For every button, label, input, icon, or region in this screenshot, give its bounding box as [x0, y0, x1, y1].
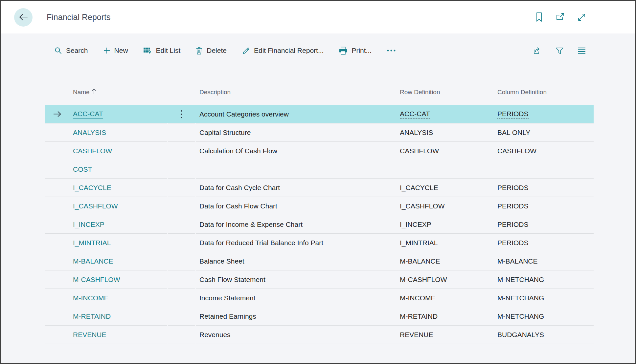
report-description[interactable]: Data for Cash Flow Chart [195, 197, 400, 215]
table-row[interactable]: ANALYSIS Capital Structure ANALYSIS BAL … [45, 123, 594, 142]
row-definition-link[interactable]: M-INCOME [400, 294, 436, 302]
table-row[interactable]: I_CASHFLOW Data for Cash Flow Chart I_CA… [45, 197, 594, 215]
column-definition-link[interactable]: PERIODS [497, 202, 529, 210]
new-label: New [114, 47, 128, 54]
table-row[interactable]: CASHFLOW Calculation Of Cash Flow CASHFL… [45, 142, 594, 160]
report-description[interactable]: Balance Sheet [195, 252, 400, 270]
report-name-link[interactable]: REVENUE [73, 331, 106, 339]
table-row[interactable]: M-INCOME Income Statement M-INCOME M-NET… [45, 289, 594, 307]
row-definition-link[interactable]: CASHFLOW [400, 147, 439, 155]
table-row[interactable]: M-CASHFLOW Cash Flow Statement M-CASHFLO… [45, 270, 594, 289]
report-description[interactable]: Cash Flow Statement [195, 270, 400, 289]
table-row[interactable]: ACC-CAT Account Categories overview ACC-… [45, 105, 594, 123]
row-definition-link[interactable]: ANALYSIS [400, 128, 433, 137]
report-name-link[interactable]: M-RETAIND [73, 312, 111, 320]
search-label: Search [66, 47, 88, 54]
column-header-name[interactable]: Name [73, 88, 167, 96]
table-row[interactable]: I_MINTRIAL Data for Reduced Trial Balanc… [45, 234, 594, 252]
back-arrow-icon [18, 12, 29, 23]
report-name-link[interactable]: I_CACYCLE [73, 183, 111, 192]
edit-financial-report-label: Edit Financial Report... [254, 47, 324, 54]
row-definition-link[interactable]: I_INCEXP [400, 220, 431, 228]
edit-list-label: Edit List [156, 47, 181, 54]
print-label: Print... [352, 47, 372, 54]
row-definition-link[interactable]: ACC-CAT [400, 110, 430, 118]
edit-list-button[interactable]: Edit List [143, 47, 181, 54]
table-row[interactable]: I_INCEXP Data for Income & Expense Chart… [45, 215, 594, 234]
page-title: Financial Reports [47, 12, 111, 22]
column-header-column-definition[interactable]: Column Definition [497, 89, 594, 96]
column-definition-link[interactable]: PERIODS [497, 183, 529, 192]
report-description[interactable]: Capital Structure [195, 123, 400, 142]
more-options-button[interactable] [387, 49, 396, 52]
new-button[interactable]: New [103, 47, 128, 54]
row-definition-link[interactable]: M-RETAIND [400, 312, 438, 320]
column-header-row-definition[interactable]: Row Definition [400, 89, 497, 96]
search-button[interactable]: Search [54, 47, 88, 54]
column-definition-link[interactable]: M-BALANCE [497, 257, 538, 265]
report-name-link[interactable]: ANALYSIS [73, 128, 106, 137]
print-button[interactable]: Print... [339, 47, 372, 55]
report-description[interactable]: Data for Reduced Trial Balance Info Part [195, 234, 400, 252]
pencil-icon [242, 47, 250, 55]
report-description[interactable]: Revenues [195, 326, 400, 344]
bookmark-icon[interactable] [535, 12, 543, 22]
open-in-new-window-icon[interactable] [556, 13, 565, 21]
table-row[interactable]: REVENUE Revenues REVENUE BUDGANALYS [45, 326, 594, 344]
column-definition-link[interactable]: BAL ONLY [497, 128, 530, 137]
column-definition-link[interactable]: M-NETCHANG [497, 275, 544, 284]
toolbar-right-group [533, 46, 586, 55]
share-icon[interactable] [533, 46, 542, 55]
expand-icon[interactable] [577, 13, 586, 22]
column-definition-link[interactable]: PERIODS [497, 239, 529, 247]
column-definition-link[interactable]: M-NETCHANG [497, 312, 544, 320]
row-definition-link[interactable]: I_CACYCLE [400, 183, 438, 192]
row-definition-link[interactable]: I_MINTRIAL [400, 239, 438, 247]
report-name-link[interactable]: I_INCEXP [73, 220, 104, 228]
row-definition-link[interactable]: REVENUE [400, 331, 433, 339]
report-name-link[interactable]: ACC-CAT [73, 110, 103, 118]
row-context-menu-icon[interactable] [180, 110, 182, 119]
description-header-label: Description [199, 89, 231, 96]
selected-row-arrow-icon [53, 110, 62, 118]
column-header-description[interactable]: Description [195, 89, 400, 96]
report-name-link[interactable]: M-INCOME [73, 294, 109, 302]
report-name-link[interactable]: COST [73, 165, 92, 173]
report-description[interactable]: Data for Cash Cycle Chart [195, 179, 400, 197]
row-definition-header-label: Row Definition [400, 89, 440, 96]
report-description[interactable]: Account Categories overview [195, 105, 400, 123]
row-definition-link[interactable]: M-CASHFLOW [400, 275, 447, 284]
page-header: Financial Reports [1, 1, 635, 33]
column-definition-link[interactable]: PERIODS [497, 110, 529, 118]
edit-list-icon [143, 47, 152, 54]
column-definition-link[interactable]: CASHFLOW [497, 147, 536, 155]
report-description[interactable] [195, 160, 400, 179]
column-definition-link[interactable]: PERIODS [497, 220, 529, 228]
list-options-icon[interactable] [577, 47, 586, 54]
row-definition-link[interactable]: I_CASHFLOW [400, 202, 445, 210]
table-row[interactable]: I_CACYCLE Data for Cash Cycle Chart I_CA… [45, 179, 594, 197]
report-name-link[interactable]: M-CASHFLOW [73, 275, 120, 284]
report-name-link[interactable]: I_CASHFLOW [73, 202, 118, 210]
filter-icon[interactable] [555, 47, 564, 55]
row-definition-link[interactable]: M-BALANCE [400, 257, 440, 265]
back-button[interactable] [14, 8, 33, 27]
edit-financial-report-button[interactable]: Edit Financial Report... [242, 47, 324, 55]
report-description[interactable]: Calculation Of Cash Flow [195, 142, 400, 160]
table-row[interactable]: M-RETAIND Retained Earnings M-RETAIND M-… [45, 307, 594, 326]
sort-ascending-icon [92, 88, 96, 96]
report-description[interactable]: Data for Income & Expense Chart [195, 215, 400, 234]
report-description[interactable]: Retained Earnings [195, 307, 400, 326]
report-name-link[interactable]: I_MINTRIAL [73, 239, 111, 247]
report-name-link[interactable]: M-BALANCE [73, 257, 113, 265]
table-row[interactable]: COST [45, 160, 594, 179]
column-definition-link[interactable]: BUDGANALYS [497, 331, 544, 339]
report-name-link[interactable]: CASHFLOW [73, 147, 112, 155]
table-row[interactable]: M-BALANCE Balance Sheet M-BALANCE M-BALA… [45, 252, 594, 270]
column-definition-link[interactable]: M-NETCHANG [497, 294, 544, 302]
delete-button[interactable]: Delete [195, 47, 227, 55]
report-description[interactable]: Income Statement [195, 289, 400, 307]
financial-reports-page: Financial Reports [0, 0, 636, 364]
more-options-ellipsis-icon [387, 49, 396, 52]
column-definition-header-label: Column Definition [497, 89, 547, 96]
